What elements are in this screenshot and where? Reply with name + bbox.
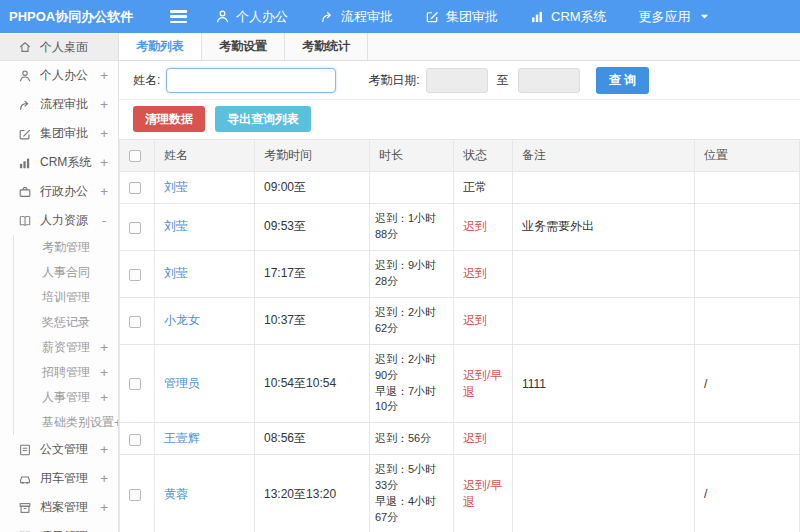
name-filter-label: 姓名: [133,72,160,89]
nav-item[interactable]: 流程审批 [320,8,393,26]
search-button[interactable]: 查 询 [596,67,649,94]
row-checkbox-cell [120,250,155,297]
tab[interactable]: 考勤列表 [119,33,202,60]
employee-name-link[interactable]: 管理员 [164,376,200,390]
cell-name: 刘莹 [155,172,255,204]
cell-time: 09:53至 [255,204,370,251]
expand-toggle-icon[interactable]: + [100,184,108,199]
topbar: PHPOA协同办公软件 个人办公 流程审批 集团审批 CRM [0,0,800,33]
sidebar-item[interactable]: 人力资源 - [0,206,118,235]
row-checkbox[interactable] [129,222,141,234]
row-checkbox[interactable] [129,378,141,390]
cell-duration: 迟到：2小时62分 [370,297,454,344]
cell-location [695,297,800,344]
attendance-table: 姓名 考勤时间 时长 状态 备注 位置 刘莹 09:00至 [119,139,800,532]
cell-name: 刘莹 [155,204,255,251]
cell-duration [370,172,454,204]
sidebar-item-label: 基础类别设置 [42,414,114,431]
cell-status: 迟到/早退 [454,455,513,532]
name-filter-input[interactable] [166,68,336,93]
row-checkbox[interactable] [129,182,141,194]
employee-name-link[interactable]: 黄蓉 [164,487,188,501]
cell-location [695,172,800,204]
sidebar-item[interactable]: 人事合同 [13,260,118,285]
row-checkbox[interactable] [129,316,141,328]
hamburger-menu-icon[interactable] [170,10,187,23]
table-row: 王壹辉 08:56至 迟到：56分 迟到 [120,423,800,455]
sidebar-item[interactable]: 考勤管理 [13,235,118,260]
nav-item[interactable]: 集团审批 [425,8,498,26]
nav-item[interactable]: CRM系统 [530,8,607,26]
sidebar-item[interactable]: 薪资管理 + [13,335,118,360]
employee-name-link[interactable]: 刘莹 [164,219,188,233]
main-content: 考勤列表 考勤设置 考勤统计 姓名: 考勤日期: 至 查 询 [119,33,800,532]
header-name: 姓名 [155,140,255,172]
filter-bar: 姓名: 考勤日期: 至 查 询 [119,61,800,100]
cell-name: 王壹辉 [155,423,255,455]
select-all-checkbox[interactable] [129,150,141,162]
row-checkbox[interactable] [129,269,141,281]
car-icon [18,472,40,486]
sidebar-item[interactable]: 用车管理 + [0,464,118,493]
sidebar-item[interactable]: CRM系统 + [0,148,118,177]
expand-toggle-icon[interactable]: - [100,213,108,228]
sidebar-item[interactable]: 基础类别设置 + [13,410,118,435]
table-row: 黄蓉 13:20至13:20 迟到：5小时33分 早退：4小时67分 迟到/早退… [120,455,800,532]
nav-item[interactable]: 个人办公 [215,8,288,26]
sidebar-item[interactable]: 公文管理 + [0,435,118,464]
date-filter-label: 考勤日期: [368,72,419,89]
expand-toggle-icon[interactable]: + [100,155,108,170]
expand-toggle-icon[interactable]: + [100,442,108,457]
sidebar-item-label: 人事合同 [42,264,90,281]
employee-name-link[interactable]: 刘莹 [164,180,188,194]
date-to-input[interactable] [518,68,580,93]
top-navigation: 个人办公 流程审批 集团审批 CRM系统 [215,8,712,26]
employee-name-link[interactable]: 小龙女 [164,313,200,327]
attendance-table-wrap: 姓名 考勤时间 时长 状态 备注 位置 刘莹 09:00至 [119,139,800,532]
sidebar-item-label: 行政办公 [40,183,88,200]
sidebar-item[interactable]: 集团审批 + [0,119,118,148]
employee-name-link[interactable]: 刘莹 [164,266,188,280]
sidebar-item[interactable]: 奖惩记录 [13,310,118,335]
date-from-input[interactable] [426,68,488,93]
sidebar-item-label: 薪资管理 [42,339,90,356]
row-checkbox[interactable] [129,434,141,446]
sidebar-item[interactable]: 人事管理 + [13,385,118,410]
row-checkbox-cell [120,455,155,532]
clean-data-button[interactable]: 清理数据 [133,106,205,132]
expand-toggle-icon[interactable]: + [100,365,108,380]
sidebar-item[interactable]: 个人办公 + [0,61,118,90]
sidebar-item[interactable]: 个人桌面 [0,34,118,61]
sidebar-item-label: 人力资源 [40,212,88,229]
tab[interactable]: 考勤设置 [202,33,285,60]
sidebar-item-label: 个人办公 [40,67,88,84]
row-checkbox-cell [120,344,155,423]
cell-duration: 迟到：2小时90分 早退：7小时10分 [370,344,454,423]
export-list-button[interactable]: 导出查询列表 [215,106,311,132]
nav-item[interactable]: 更多应用 [639,8,712,26]
expand-toggle-icon[interactable]: + [100,97,108,112]
sidebar-item[interactable]: 招聘管理 + [13,360,118,385]
expand-toggle-icon[interactable]: + [100,471,108,486]
chart-icon [530,9,545,24]
table-row: 管理员 10:54至10:54 迟到：2小时90分 早退：7小时10分 迟到/早… [120,344,800,423]
sidebar-item[interactable]: 行政办公 + [0,177,118,206]
row-checkbox[interactable] [129,489,141,501]
nav-item-label: CRM系统 [551,8,607,26]
tab[interactable]: 考勤统计 [285,33,368,60]
expand-toggle-icon[interactable]: + [100,390,108,405]
expand-toggle-icon[interactable]: + [100,68,108,83]
nav-item-label: 个人办公 [236,8,288,26]
expand-toggle-icon[interactable]: + [100,340,108,355]
cell-status: 正常 [454,172,513,204]
expand-toggle-icon[interactable]: + [100,126,108,141]
header-remark: 备注 [513,140,695,172]
expand-toggle-icon[interactable]: + [100,500,108,515]
sidebar-item[interactable]: 项目管理 + [0,522,118,532]
chart-icon [18,156,40,170]
employee-name-link[interactable]: 王壹辉 [164,431,200,445]
sidebar-item[interactable]: 流程审批 + [0,90,118,119]
edit-icon [425,9,440,24]
sidebar-item[interactable]: 培训管理 [13,285,118,310]
sidebar-item[interactable]: 档案管理 + [0,493,118,522]
